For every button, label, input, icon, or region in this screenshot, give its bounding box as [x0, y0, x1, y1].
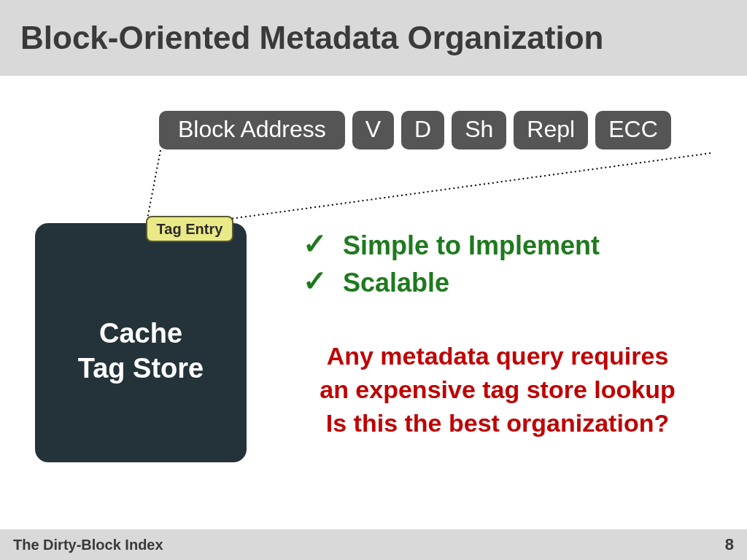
title-bar: Block-Oriented Metadata Organization	[0, 0, 747, 76]
pill-ecc: ECC	[595, 111, 671, 149]
cache-tag-store-box: Cache Tag Store	[35, 223, 247, 462]
cache-box-line1: Cache	[99, 318, 182, 349]
footer-bar: The Dirty-Block Index 8	[0, 529, 747, 560]
list-item: ✓ Simple to Implement	[301, 229, 709, 262]
red-line1: Any metadata query requires	[327, 342, 669, 370]
advantages-list: ✓ Simple to Implement ✓ Scalable	[301, 229, 709, 303]
pill-replacement: Repl	[514, 111, 588, 149]
pill-valid-bit: V	[352, 111, 394, 149]
svg-line-0	[147, 150, 160, 219]
pill-shared-bit: Sh	[452, 111, 506, 149]
page-number: 8	[725, 535, 734, 554]
check-icon: ✓	[301, 266, 330, 295]
list-item: ✓ Scalable	[301, 266, 709, 299]
cache-box-label: Cache Tag Store	[35, 316, 247, 386]
metadata-field-row: Block Address V D Sh Repl ECC	[159, 111, 671, 149]
advantage-text: Scalable	[343, 266, 449, 299]
red-line3: Is this the best organization?	[326, 409, 669, 437]
check-icon: ✓	[301, 229, 330, 258]
pill-block-address: Block Address	[159, 111, 345, 149]
red-line2: an expensive tag store lookup	[320, 376, 675, 403]
cache-box-line2: Tag Store	[78, 353, 204, 384]
slide-title: Block-Oriented Metadata Organization	[20, 20, 603, 56]
tag-entry-label: Tag Entry	[146, 216, 233, 242]
pill-dirty-bit: D	[401, 111, 444, 149]
advantage-text: Simple to Implement	[343, 229, 600, 262]
svg-line-1	[231, 153, 711, 219]
footer-title: The Dirty-Block Index	[13, 537, 163, 553]
drawback-text: Any metadata query requires an expensive…	[271, 340, 724, 440]
